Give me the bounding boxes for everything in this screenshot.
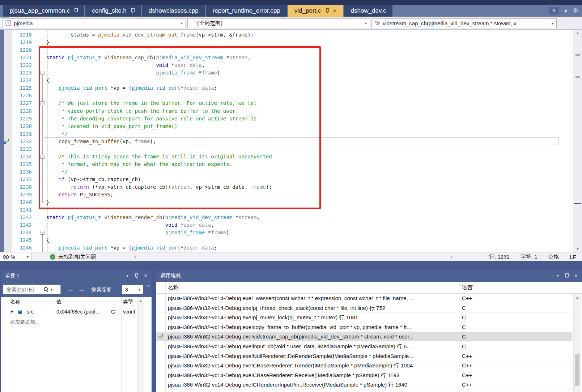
code-line-1237[interactable]: 1237 if (vp->strm_cb.capture_cb) <box>0 176 572 183</box>
pin-icon[interactable] <box>131 8 135 13</box>
code-line-1230[interactable]: 1230 * located in vid_pasv_port_put_fram… <box>0 123 572 130</box>
callstack-frame-row[interactable]: pjsua-i386-Win32-vc14-Debug.exe!vidstrea… <box>156 332 572 341</box>
callstack-frame-row[interactable]: pjsua-i386-Win32-vc14-Debug.exe!CBaseRen… <box>156 361 572 370</box>
code-line-1224[interactable]: 1224{ <box>0 77 572 84</box>
hscroll-right-icon[interactable]: ▸ <box>451 254 453 259</box>
code-line-1243[interactable]: 1243 void *user_data, <box>0 221 572 229</box>
tab-report_runtime_error.cpp[interactable]: report_runtime_error.cpp <box>206 5 287 17</box>
search-input[interactable] <box>5 286 42 293</box>
code-line-1234[interactable]: 1234 /* This is tricky since the frame i… <box>0 153 572 161</box>
code-line-1238[interactable]: 1238 return (*vp->strm_cb.capture_cb)(st… <box>0 183 572 191</box>
code-line-1228[interactable]: 1228 * video port's clock to push the fr… <box>0 107 572 115</box>
code-line-1232[interactable]: 1232 copy_frame_to_buffer(vp, frame); <box>0 138 572 145</box>
frame-name: pjsua-i386-Win32-vc14-Debug.exe!CRendere… <box>168 382 457 388</box>
tab-dshowclasses.cpp[interactable]: dshowclasses.cpp <box>142 5 205 17</box>
callstack-frame-row[interactable]: pjsua-i386-Win32-vc14-Debug.exe!NullRend… <box>156 351 572 361</box>
code-line-1220[interactable]: 1220 <box>0 46 572 54</box>
close-icon[interactable]: × <box>144 273 147 279</box>
code-line-1241[interactable]: 1241 <box>0 206 572 214</box>
scope-dropdown[interactable]: (全局范围) ▾ <box>187 18 370 28</box>
hscroll-left-icon[interactable]: ◂ <box>134 254 136 259</box>
watch-vertical-scrollbar[interactable]: ▲ <box>137 297 144 392</box>
code-editor[interactable]: 1218 status = pjmedia_vid_dev_stream_put… <box>0 30 582 252</box>
refresh-icon[interactable] <box>111 309 116 315</box>
tab-vid_port.c[interactable]: vid_port.c× <box>288 5 343 17</box>
callstack-frame-row[interactable]: [外部代码] <box>156 390 572 392</box>
pin-icon[interactable] <box>134 273 138 278</box>
tab-config_site.h[interactable]: config_site.h <box>85 5 141 17</box>
pin-icon[interactable] <box>74 8 78 13</box>
code-line-1242[interactable]: 1242static pj_status_t vidstream_render_… <box>0 214 572 221</box>
code-line-1245[interactable]: 1245{ <box>0 237 572 244</box>
code-line-1223[interactable]: 1223 pjmedia_frame *frame) <box>0 69 572 77</box>
fold-collapse-box[interactable] <box>41 155 44 159</box>
column-divider[interactable] <box>459 282 459 392</box>
code-line-1240[interactable]: 1240} <box>0 199 572 206</box>
code-line-1236[interactable]: 1236 */ <box>0 168 572 176</box>
back-arrow-icon[interactable]: ← <box>67 286 74 293</box>
code-line-1218[interactable]: 1218 status = pjmedia_vid_dev_stream_put… <box>0 31 572 39</box>
document-health-indicator[interactable]: ✓ 未找到相关问题 <box>50 252 96 261</box>
code-line-1226[interactable]: 1226 <box>0 92 572 99</box>
forward-arrow-icon[interactable]: → <box>78 286 85 293</box>
fold-collapse-box[interactable] <box>41 71 44 75</box>
chevron-down-icon[interactable]: ▾ <box>51 288 52 291</box>
search-depth-dropdown[interactable]: 3 ▾ <box>122 285 143 294</box>
close-icon[interactable]: × <box>574 273 578 279</box>
scroll-up-icon[interactable]: ▲ <box>573 31 582 35</box>
code-line-1219[interactable]: 1219} <box>0 39 572 46</box>
code-line-1231[interactable]: 1231 */ <box>0 130 572 138</box>
watch-search-box[interactable]: ▾ <box>3 285 61 294</box>
window-list-icon[interactable]: ▼ <box>563 8 568 13</box>
callstack-frame-row[interactable]: pjsua-i386-Win32-vc14-Debug.exe!copy_fra… <box>156 323 572 332</box>
gear-icon[interactable]: ⚙ <box>573 8 578 14</box>
fold-collapse-box[interactable] <box>41 231 44 235</box>
code-line-1229[interactable]: 1229 * The decoding counterpart for pass… <box>0 115 572 123</box>
collapse-editor-button[interactable]: « <box>549 7 558 14</box>
code-line-1222[interactable]: 1222 void *user_data, <box>0 61 572 69</box>
tab-dshow_dev.c[interactable]: dshow_dev.c <box>344 5 392 17</box>
pin-icon[interactable] <box>325 8 329 13</box>
callstack-frame-row[interactable]: pjsua-i386-Win32-vc14-Debug.exe!pj_threa… <box>156 303 572 313</box>
callstack-frame-row[interactable]: pjsua-i386-Win32-vc14-Debug.exe!input_cb… <box>156 342 572 351</box>
project-dropdown[interactable]: pjmedia ▾ <box>2 18 186 28</box>
code-line-1239[interactable]: 1239 return PJ_SUCCESS; <box>0 191 572 199</box>
code-line-1246[interactable]: 1246 pjmedia_vid_port *vp = (pjmedia_vid… <box>0 244 572 252</box>
scroll-up-icon[interactable]: ▲ <box>137 298 144 303</box>
scrollbar-thumb[interactable] <box>575 354 579 386</box>
watch-add-row[interactable]: 添加要监视.. <box>1 317 138 327</box>
code-line-1225[interactable]: 1225 pjmedia_vid_port *vp = (pjmedia_vid… <box>0 84 572 92</box>
zoom-level-dropdown[interactable]: 90 % ▾ <box>0 252 32 261</box>
member-dropdown[interactable]: vidstream_cap_cb(pjmedia_vid_dev_stream … <box>371 18 557 28</box>
editor-vertical-scrollbar[interactable]: ▲ ▼ <box>573 30 582 252</box>
callstack-frame-row[interactable]: pjsua-i386-Win32-vc14-Debug.exe!pj_mutex… <box>156 313 572 322</box>
watch-column-name[interactable]: 名称 <box>10 299 20 305</box>
code-line-1227[interactable]: 1227 /* We just store the frame in the b… <box>0 99 572 107</box>
watch-column-type[interactable]: 类型 <box>123 299 133 305</box>
callstack-frame-row[interactable]: pjsua-i386-Win32-vc14-Debug.exe!CRendere… <box>156 380 572 389</box>
code-line-1235[interactable]: 1235 * format, which may not be what the… <box>0 161 572 168</box>
code-line-1233[interactable]: 1233 <box>0 145 572 153</box>
watch-row-src[interactable]: ▶ src 0x044f68ec {pool... vconf... <box>1 307 138 317</box>
callstack-frame-row[interactable]: pjsua-i386-Win32-vc14-Debug.exe!_wassert… <box>156 294 572 303</box>
callstack-column-name[interactable]: 名称 <box>168 284 179 291</box>
chevron-down-icon[interactable]: ▾ <box>557 273 559 278</box>
chevron-down-icon[interactable]: ▾ <box>126 273 128 278</box>
code-line-1244[interactable]: 1244 pjmedia_frame *frame) <box>0 229 572 237</box>
watch-panel-titlebar[interactable]: 监视 1 ▾ × <box>1 270 152 282</box>
code-text: /* We just store the frame in the buffer… <box>46 99 257 107</box>
fold-collapse-box[interactable] <box>41 101 44 105</box>
callstack-frame-row[interactable]: pjsua-i386-Win32-vc14-Debug.exe!CBaseRen… <box>156 371 572 380</box>
callstack-vertical-scrollbar[interactable]: ▲ <box>573 294 581 392</box>
pin-icon[interactable] <box>565 273 569 278</box>
callstack-panel-titlebar[interactable]: 调用堆栈 ▾ × <box>156 270 582 282</box>
toolbar-overflow-icon[interactable]: » <box>147 283 150 289</box>
watch-column-value[interactable]: 值 <box>56 299 61 305</box>
callstack-column-language[interactable]: 语言 <box>462 284 473 291</box>
close-icon[interactable]: × <box>333 8 337 14</box>
expand-triangle-icon[interactable]: ▶ <box>11 310 13 313</box>
scroll-up-icon[interactable]: ▲ <box>574 295 581 299</box>
tab-pjsua_app_common.c[interactable]: pjsua_app_common.c <box>3 5 84 17</box>
scroll-down-icon[interactable]: ▼ <box>573 247 582 251</box>
code-line-1221[interactable]: 1221static pj_status_t vidstream_cap_cb(… <box>0 54 572 61</box>
